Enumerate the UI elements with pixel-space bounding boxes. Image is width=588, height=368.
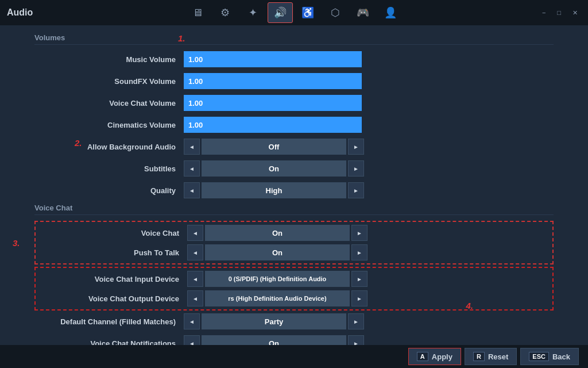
quality-left[interactable]: ◄ <box>184 182 200 198</box>
quality-label: Quality <box>34 186 184 195</box>
accessibility-nav-icon[interactable]: ♿ <box>295 2 320 23</box>
voice-chat-box-1: Voice Chat ◄ On ► Push To Talk ◄ On ► <box>34 221 554 264</box>
voice-chat-output-left[interactable]: ◄ <box>187 290 203 306</box>
background-audio-control: ◄ Off ► <box>184 139 364 155</box>
soundfx-volume-value: 1.00 <box>188 77 203 86</box>
back-key-badge: ESC <box>529 352 549 361</box>
push-to-talk-row: Push To Talk ◄ On ► <box>38 244 550 261</box>
subtitles-row: Subtitles ◄ On ► <box>34 160 554 177</box>
apply-label: Apply <box>432 352 452 361</box>
voice-chat-volume-slider[interactable]: 1.00 <box>184 95 362 111</box>
voice-chat-notifications-left[interactable]: ◄ <box>184 335 200 345</box>
push-to-talk-value: On <box>205 244 350 260</box>
subtitles-control: ◄ On ► <box>184 160 364 177</box>
voice-chat-row: Voice Chat ◄ On ► <box>38 224 550 241</box>
window-controls: − □ ✕ <box>539 8 581 18</box>
default-channel-label: Default Channel (Filled Matches) <box>34 317 184 326</box>
background-audio-value: Off <box>202 139 346 155</box>
minimize-button[interactable]: − <box>539 8 549 18</box>
annotation-2: 2. <box>75 138 82 148</box>
subtitles-label: Subtitles <box>34 164 184 173</box>
voice-chat-section-header: Voice Chat <box>34 204 554 215</box>
voice-chat-input-label: Voice Chat Input Device <box>38 275 187 283</box>
voice-chat-output-control: ◄ rs (High Definition Audio Device) ► <box>187 290 368 306</box>
voice-chat-label: Voice Chat <box>38 229 187 237</box>
network-nav-icon[interactable]: ⬡ <box>323 2 348 23</box>
main-content: 1. 2. 3. Volumes Music Volume 1.00 Sound… <box>0 25 588 345</box>
window-title: Audio <box>7 7 33 18</box>
cinematics-volume-row: Cinematics Volume 1.00 <box>34 116 554 133</box>
maximize-button[interactable]: □ <box>554 8 564 18</box>
voice-chat-input-right[interactable]: ► <box>351 271 368 287</box>
quality-row: Quality ◄ High ► <box>34 182 554 199</box>
cinematics-volume-label: Cinematics Volume <box>34 121 184 129</box>
controller-nav-icon[interactable]: 🎮 <box>350 2 376 23</box>
voice-chat-volume-label: Voice Chat Volume <box>34 99 184 108</box>
voice-chat-notifications-row: Voice Chat Notifications ◄ On ► <box>34 335 554 345</box>
reset-label: Reset <box>488 352 508 361</box>
push-to-talk-left[interactable]: ◄ <box>187 244 203 260</box>
cinematics-volume-value: 1.00 <box>188 121 203 129</box>
voice-chat-notifications-label: Voice Chat Notifications <box>34 339 184 346</box>
apply-key-badge: A <box>417 352 428 361</box>
brightness-nav-icon[interactable]: ✦ <box>240 2 265 23</box>
default-channel-value: Party <box>202 313 346 329</box>
voice-chat-right[interactable]: ► <box>351 225 368 241</box>
background-audio-row: Allow Background Audio ◄ Off ► <box>34 138 554 155</box>
reset-button[interactable]: R Reset <box>465 348 517 365</box>
voice-chat-input-control: ◄ 0 (S/PDIF) (High Definition Audio ► <box>187 271 368 287</box>
subtitles-right[interactable]: ► <box>348 160 364 177</box>
music-volume-label: Music Volume <box>34 55 184 64</box>
voice-chat-notifications-right[interactable]: ► <box>348 335 364 345</box>
back-label: Back <box>552 352 570 361</box>
titlebar: Audio 🖥 ⚙ ✦ 🔊 ♿ ⬡ 🎮 👤 − □ ✕ <box>0 0 588 25</box>
back-button[interactable]: ESC Back <box>520 348 579 365</box>
music-volume-value: 1.00 <box>188 55 203 64</box>
reset-key-badge: R <box>473 352 485 361</box>
music-volume-slider[interactable]: 1.00 <box>184 51 362 67</box>
background-audio-left[interactable]: ◄ <box>184 139 200 155</box>
apply-button[interactable]: A Apply <box>408 348 461 365</box>
voice-chat-output-right[interactable]: ► <box>351 290 368 306</box>
push-to-talk-label: Push To Talk <box>38 248 187 257</box>
voice-chat-input-left[interactable]: ◄ <box>187 271 203 287</box>
display-nav-icon[interactable]: 🖥 <box>185 2 210 23</box>
voice-chat-volume-value: 1.00 <box>188 99 203 108</box>
subtitles-left[interactable]: ◄ <box>184 160 200 177</box>
annotation-3: 3. <box>13 238 20 248</box>
volumes-section-header: Volumes <box>34 33 554 45</box>
voice-chat-input-row: Voice Chat Input Device ◄ 0 (S/PDIF) (Hi… <box>38 270 550 288</box>
voice-chat-notifications-control: ◄ On ► <box>184 335 364 345</box>
cinematics-volume-slider[interactable]: 1.00 <box>184 117 362 133</box>
voice-chat-notifications-value: On <box>202 335 346 345</box>
background-audio-right[interactable]: ► <box>348 139 364 155</box>
quality-value: High <box>202 182 346 198</box>
voice-chat-value: On <box>205 225 350 241</box>
voice-chat-volume-row: Voice Chat Volume 1.00 <box>34 94 554 112</box>
push-to-talk-control: ◄ On ► <box>187 244 368 260</box>
audio-nav-icon[interactable]: 🔊 <box>268 2 293 23</box>
nav-bar: 🖥 ⚙ ✦ 🔊 ♿ ⬡ 🎮 👤 <box>185 2 403 23</box>
push-to-talk-right[interactable]: ► <box>351 244 368 260</box>
settings-nav-icon[interactable]: ⚙ <box>212 2 238 23</box>
subtitles-value: On <box>202 160 346 177</box>
default-channel-row: Default Channel (Filled Matches) ◄ Party… <box>34 313 554 330</box>
profile-nav-icon[interactable]: 👤 <box>378 2 403 23</box>
voice-chat-output-label: Voice Chat Output Device <box>38 294 187 303</box>
annotation-4: 4. <box>466 301 473 310</box>
soundfx-volume-slider[interactable]: 1.00 <box>184 73 362 89</box>
close-button[interactable]: ✕ <box>569 8 581 18</box>
default-channel-right[interactable]: ► <box>348 313 364 329</box>
voice-chat-output-value: rs (High Definition Audio Device) <box>205 290 350 306</box>
default-channel-left[interactable]: ◄ <box>184 313 200 329</box>
voice-chat-device-box: Voice Chat Input Device ◄ 0 (S/PDIF) (Hi… <box>34 267 554 310</box>
background-audio-label: Allow Background Audio <box>34 143 184 151</box>
music-volume-row: Music Volume 1.00 <box>34 51 554 68</box>
voice-chat-control: ◄ On ► <box>187 225 368 241</box>
quality-right[interactable]: ► <box>348 182 364 198</box>
annotation-1: 1. <box>178 33 185 43</box>
voice-chat-left[interactable]: ◄ <box>187 225 203 241</box>
bottom-bar: A Apply R Reset ESC Back <box>0 345 588 368</box>
quality-control: ◄ High ► <box>184 182 364 198</box>
voice-chat-output-row: Voice Chat Output Device ◄ rs (High Defi… <box>38 290 550 307</box>
